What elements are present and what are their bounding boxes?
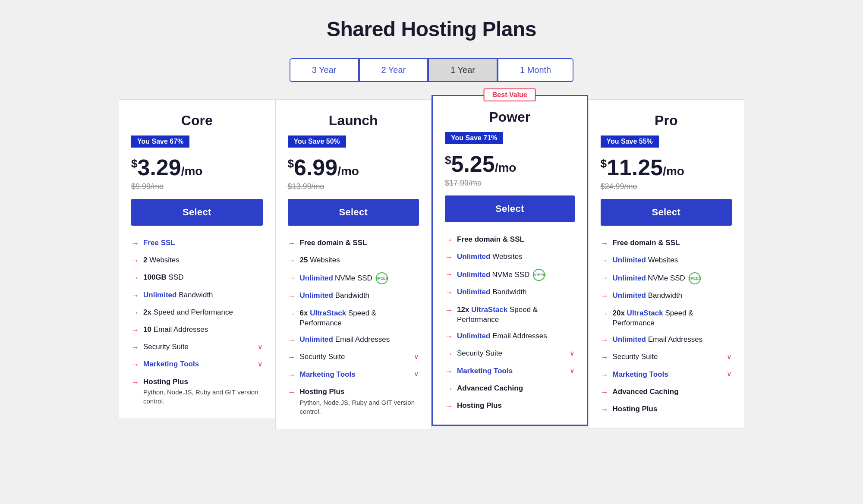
chevron-down-icon: ∨	[414, 352, 419, 362]
arrow-icon: →	[288, 335, 296, 346]
feature-security-suite[interactable]: → Security Suite ∨	[445, 348, 575, 359]
marketing-tools-label: Marketing Tools	[143, 359, 199, 369]
feature-websites: → Unlimited Websites	[601, 255, 732, 266]
feature-bandwidth: → Unlimited Bandwidth	[445, 287, 575, 298]
feature-hosting-plus: → Hosting Plus	[601, 404, 732, 415]
arrow-icon: →	[131, 238, 139, 249]
plan-power-features: → Free domain & SSL → Unlimited Websites…	[445, 234, 575, 412]
feature-advanced-caching: → Advanced Caching	[601, 387, 732, 398]
plan-pro-select-button[interactable]: Select	[601, 199, 732, 226]
arrow-icon: →	[601, 255, 608, 266]
speed-icon: SPEED	[376, 272, 388, 284]
arrow-icon: →	[288, 273, 296, 284]
chevron-down-icon: ∨	[258, 342, 263, 352]
feature-free-domain-ssl: → Free domain & SSL	[445, 234, 575, 246]
plan-launch: Launch You Save 50% $6.99/mo $13.99/mo S…	[275, 99, 432, 429]
arrow-icon: →	[288, 370, 296, 381]
feature-security-suite[interactable]: → Security Suite ∨	[131, 342, 263, 353]
page-title: Shared Hosting Plans	[9, 17, 854, 41]
arrow-icon: →	[131, 377, 139, 388]
feature-free-domain-ssl: → Free domain & SSL	[288, 238, 419, 249]
speed-icon: SPEED	[689, 272, 701, 284]
feature-hosting-plus: → Hosting Plus Python, Node.JS, Ruby and…	[131, 377, 263, 406]
feature-ssd: → 100GB SSD	[131, 272, 263, 284]
plan-launch-features: → Free domain & SSL → 25 Websites → Unli…	[288, 238, 419, 416]
plan-power-select-button[interactable]: Select	[445, 195, 575, 222]
feature-marketing-tools[interactable]: → Marketing Tools ∨	[445, 366, 575, 377]
billing-tabs: 3 Year 2 Year 1 Year 1 Month	[9, 58, 854, 82]
feature-marketing-tools[interactable]: → Marketing Tools ∨	[288, 369, 419, 381]
arrow-icon: →	[601, 309, 608, 319]
arrow-icon: →	[288, 352, 296, 363]
feature-email: → Unlimited Email Addresses	[288, 334, 419, 346]
tab-1month[interactable]: 1 Month	[498, 58, 573, 82]
feature-bandwidth: → Unlimited Bandwidth	[288, 290, 419, 302]
best-value-badge: Best Value	[484, 88, 536, 101]
marketing-tools-label: Marketing Tools	[613, 369, 668, 380]
arrow-icon: →	[131, 255, 139, 266]
chevron-down-icon: ∨	[727, 369, 732, 379]
feature-nvme-ssd: → Unlimited NVMe SSD SPEED	[288, 272, 419, 284]
arrow-icon: →	[288, 309, 296, 319]
plan-power-name: Power	[445, 109, 575, 125]
marketing-tools-label: Marketing Tools	[457, 366, 513, 376]
arrow-icon: →	[445, 366, 453, 377]
arrow-icon: →	[288, 255, 296, 266]
arrow-icon: →	[601, 370, 608, 381]
plan-pro-original-price: $24.99/mo	[601, 182, 732, 191]
plan-power-original-price: $17.99/mo	[445, 179, 575, 188]
arrow-icon: →	[601, 291, 608, 302]
arrow-icon: →	[445, 252, 453, 263]
tab-1year[interactable]: 1 Year	[428, 58, 498, 82]
chevron-down-icon: ∨	[570, 349, 575, 358]
feature-email: → Unlimited Email Addresses	[601, 334, 732, 346]
feature-email: → Unlimited Email Addresses	[445, 331, 575, 342]
security-suite-label: Security Suite	[613, 352, 658, 362]
tab-3year[interactable]: 3 Year	[290, 58, 359, 82]
arrow-icon: →	[131, 273, 139, 284]
arrow-icon: →	[601, 273, 608, 284]
feature-hosting-plus: → Hosting Plus Python, Node.JS, Ruby and…	[288, 387, 419, 416]
feature-marketing-tools[interactable]: → Marketing Tools ∨	[131, 359, 263, 370]
hosting-plus-desc: Python, Node.JS, Ruby and GIT version co…	[143, 387, 263, 406]
plan-core-price: $3.29/mo	[131, 156, 263, 179]
arrow-icon: →	[601, 238, 608, 249]
plan-pro: Pro You Save 55% $11.25/mo $24.99/mo Sel…	[588, 99, 745, 428]
chevron-down-icon: ∨	[414, 369, 419, 379]
plan-power-savings: You Save 71%	[445, 132, 503, 144]
plan-core-select-button[interactable]: Select	[131, 199, 263, 226]
feature-ultrastack-speed: → 20x UltraStack Speed & Performance	[601, 308, 732, 329]
feature-free-ssl: → Free SSL	[131, 238, 263, 249]
feature-bandwidth: → Unlimited Bandwidth	[131, 290, 263, 301]
feature-email: → 10 Email Addresses	[131, 324, 263, 336]
arrow-icon: →	[131, 308, 139, 318]
feature-security-suite[interactable]: → Security Suite ∨	[288, 352, 419, 363]
plan-launch-name: Launch	[288, 113, 419, 129]
arrow-icon: →	[288, 291, 296, 302]
feature-nvme-ssd: → Unlimited NVMe SSD SPEED	[601, 272, 732, 284]
security-suite-label: Security Suite	[143, 342, 189, 352]
arrow-icon: →	[445, 287, 453, 298]
arrow-icon: →	[601, 404, 608, 415]
feature-marketing-tools[interactable]: → Marketing Tools ∨	[601, 369, 732, 381]
arrow-icon: →	[445, 331, 453, 342]
feature-security-suite[interactable]: → Security Suite ∨	[601, 352, 732, 363]
arrow-icon: →	[445, 305, 453, 316]
plan-pro-price: $11.25/mo	[601, 156, 732, 179]
plan-launch-select-button[interactable]: Select	[288, 199, 419, 226]
plan-core-features: → Free SSL → 2 Websites → 100GB SSD → Un…	[131, 238, 263, 406]
arrow-icon: →	[131, 290, 139, 301]
arrow-icon: →	[131, 342, 139, 353]
plans-container: Core You Save 67% $3.29/mo $9.99/mo Sele…	[119, 99, 744, 429]
arrow-icon: →	[288, 387, 296, 398]
plan-power: Best Value Power You Save 71% $5.25/mo $…	[432, 95, 588, 426]
arrow-icon: →	[445, 349, 453, 359]
plan-core-name: Core	[131, 113, 263, 129]
tab-2year[interactable]: 2 Year	[359, 58, 428, 82]
chevron-down-icon: ∨	[258, 359, 263, 369]
plan-core: Core You Save 67% $3.29/mo $9.99/mo Sele…	[119, 99, 275, 419]
plan-launch-savings: You Save 50%	[288, 135, 346, 148]
feature-hosting-plus: → Hosting Plus	[445, 400, 575, 412]
speed-icon: SPEED	[533, 269, 545, 281]
feature-ultrastack-speed: → 12x UltraStack Speed & Performance	[445, 305, 575, 325]
